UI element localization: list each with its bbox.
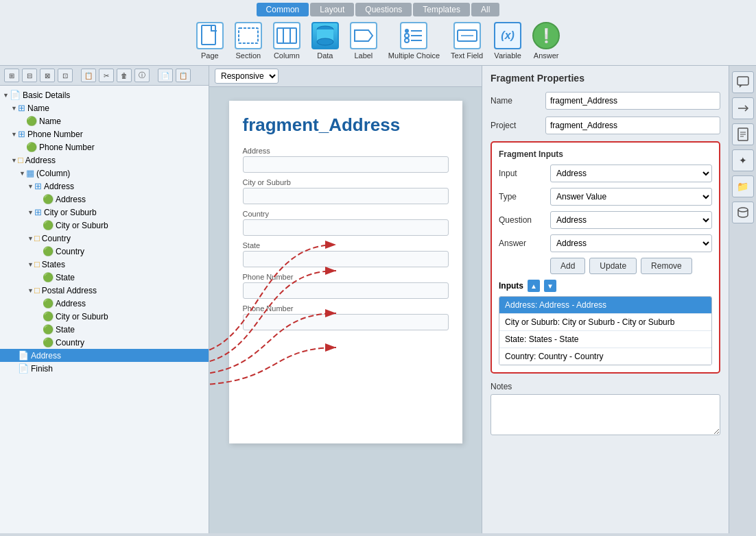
tree-label: Name: [39, 117, 61, 126]
field-phone2-input[interactable]: [243, 314, 449, 330]
toolbar-label[interactable]: Label: [350, 22, 377, 60]
tab-questions[interactable]: Questions: [355, 3, 412, 16]
main-layout: ⊞ ⊟ ⊠ ⊡ 📋 ✂ 🗑 ⓘ 📄 📋 ▼ 📄 Basic Details: [0, 66, 756, 533]
notes-textarea[interactable]: [491, 394, 720, 435]
far-right-switch-btn[interactable]: [732, 97, 754, 119]
tree-item-postal-country[interactable]: 🟢 Country: [0, 336, 209, 349]
tree-item-country-folder[interactable]: ▼ □ Country: [0, 232, 209, 245]
notes-section: Notes: [491, 382, 720, 437]
toolbar-tabs: Common Layout Questions Templates All: [257, 3, 500, 16]
inputs-section-header: Inputs ▲ ▼: [499, 280, 712, 292]
fi-add-button[interactable]: Add: [550, 258, 585, 274]
tree-label: Name: [27, 103, 49, 113]
far-right-star-btn[interactable]: ✦: [732, 149, 754, 171]
tree-item-name-field[interactable]: 🟢 Name: [0, 114, 209, 127]
tree-item-address-folder[interactable]: ▼ □ Address: [0, 154, 209, 167]
toolbar-page[interactable]: Page: [196, 22, 224, 60]
left-btn-clipboard[interactable]: 📋: [176, 69, 191, 82]
toolbar-data[interactable]: Data: [311, 22, 339, 60]
tree-item-phone-field[interactable]: 🟢 Phone Number: [0, 141, 209, 154]
tree-item-citysuburb-field[interactable]: 🟢 City or Suburb: [0, 219, 209, 232]
far-right-folder-btn[interactable]: 📁: [732, 175, 754, 197]
toolbar-multiple-choice[interactable]: Multiple Choice: [388, 22, 440, 60]
tree-item-postal-state[interactable]: 🟢 State: [0, 323, 209, 336]
left-toolbar: ⊞ ⊟ ⊠ ⊡ 📋 ✂ 🗑 ⓘ 📄 📋: [0, 66, 209, 86]
tree-item-postal-city[interactable]: 🟢 City or Suburb: [0, 310, 209, 323]
fi-remove-button[interactable]: Remove: [641, 258, 692, 274]
tab-templates[interactable]: Templates: [413, 3, 470, 16]
tab-layout[interactable]: Layout: [310, 3, 354, 16]
tree-item-finish[interactable]: 📄 Finish: [0, 362, 209, 375]
inputs-up-button[interactable]: ▲: [528, 280, 540, 292]
tree-item-column[interactable]: ▼ ▦ (Column): [0, 167, 209, 180]
tree-item-states-folder[interactable]: ▼ □ States: [0, 258, 209, 271]
inputs-list-item-3[interactable]: Country: Country - Country: [499, 348, 711, 365]
fi-question-select[interactable]: Address: [550, 211, 712, 229]
inputs-list-item-0[interactable]: Address: Address - Address: [499, 297, 711, 314]
column-label: Column: [274, 51, 300, 60]
tab-common[interactable]: Common: [257, 3, 309, 16]
field-phone1-input[interactable]: [243, 282, 449, 299]
inputs-list-item-1[interactable]: City or Suburb: City or Suburb - City or…: [499, 314, 711, 331]
tree-label: States: [42, 260, 65, 269]
svg-rect-0: [202, 25, 215, 45]
inputs-down-button[interactable]: ▼: [544, 280, 556, 292]
tree-item-citysuburb-folder[interactable]: ▼ ⊞ City or Suburb: [0, 206, 209, 219]
toolbar-answer[interactable]: ❕ Answer: [532, 22, 560, 60]
section-icon: [235, 22, 262, 49]
tab-all[interactable]: All: [471, 3, 499, 16]
toolbar-section[interactable]: Section: [235, 22, 262, 60]
tree-item-fragment-address[interactable]: 📄 Address: [0, 349, 209, 362]
left-btn-1[interactable]: ⊞: [4, 69, 19, 82]
far-right-chat-btn[interactable]: [732, 71, 754, 93]
fi-row-input: Input Address: [499, 165, 712, 182]
tree-item-basic-details[interactable]: ▼ 📄 Basic Details: [0, 88, 209, 101]
label-icon: [350, 22, 377, 49]
responsive-select[interactable]: Responsive: [215, 69, 279, 84]
fi-row-type: Type Answer Value: [499, 188, 712, 206]
prop-name-input[interactable]: [545, 92, 720, 110]
fi-input-select[interactable]: Address: [550, 165, 712, 182]
fi-update-button[interactable]: Update: [589, 258, 637, 274]
tree-item-country-field[interactable]: 🟢 Country: [0, 245, 209, 258]
field-country-input[interactable]: [243, 219, 449, 236]
field-city-input[interactable]: [243, 188, 449, 204]
tree-item-postal-folder[interactable]: ▼ □ Postal Address: [0, 284, 209, 297]
left-btn-cut[interactable]: ✂: [99, 69, 114, 82]
field-state-label: State: [243, 241, 449, 249]
tree-label: City or Suburb: [56, 312, 108, 321]
variable-label: Variable: [494, 51, 521, 60]
tree-item-postal-address[interactable]: 🟢 Address: [0, 297, 209, 310]
fi-buttons: Add Update Remove: [499, 258, 712, 274]
tree-item-name-folder[interactable]: ▼ ⊞ Name: [0, 101, 209, 114]
multiple-choice-icon: [400, 22, 427, 49]
inputs-header-label: Inputs: [499, 281, 523, 291]
tree-item-state-field[interactable]: 🟢 State: [0, 271, 209, 284]
left-btn-info[interactable]: ⓘ: [134, 69, 150, 82]
text-field-icon: [453, 22, 481, 49]
fi-answer-select[interactable]: Address: [550, 234, 712, 252]
far-right-db-btn[interactable]: [732, 202, 754, 223]
right-panel: Fragment Properties Name Project Fragmen…: [482, 66, 729, 533]
variable-icon: (x): [494, 22, 521, 49]
toolbar-text-field[interactable]: Text Field: [451, 22, 483, 60]
left-btn-copy[interactable]: 📋: [81, 69, 96, 82]
toolbar-column[interactable]: Column: [273, 22, 300, 60]
left-btn-3[interactable]: ⊠: [40, 69, 55, 82]
left-btn-delete[interactable]: 🗑: [117, 69, 132, 82]
tree-label: Address: [44, 182, 74, 191]
prop-project-input[interactable]: [545, 117, 720, 134]
toolbar-variable[interactable]: (x) Variable: [494, 22, 521, 60]
field-phone1-label: Phone Number: [243, 273, 449, 281]
tree-item-address-sub-folder[interactable]: ▼ ⊞ Address: [0, 180, 209, 193]
left-btn-page[interactable]: 📄: [158, 69, 173, 82]
fi-type-select[interactable]: Answer Value: [550, 188, 712, 206]
tree-item-address-field[interactable]: 🟢 Address: [0, 193, 209, 206]
field-address-input[interactable]: [243, 156, 449, 173]
inputs-list-item-2[interactable]: State: States - State: [499, 331, 711, 348]
left-btn-4[interactable]: ⊡: [58, 69, 73, 82]
far-right-doc-btn[interactable]: [732, 123, 754, 145]
tree-item-phone-folder[interactable]: ▼ ⊞ Phone Number: [0, 127, 209, 141]
field-state-input[interactable]: [243, 251, 449, 267]
left-btn-2[interactable]: ⊟: [22, 69, 37, 82]
